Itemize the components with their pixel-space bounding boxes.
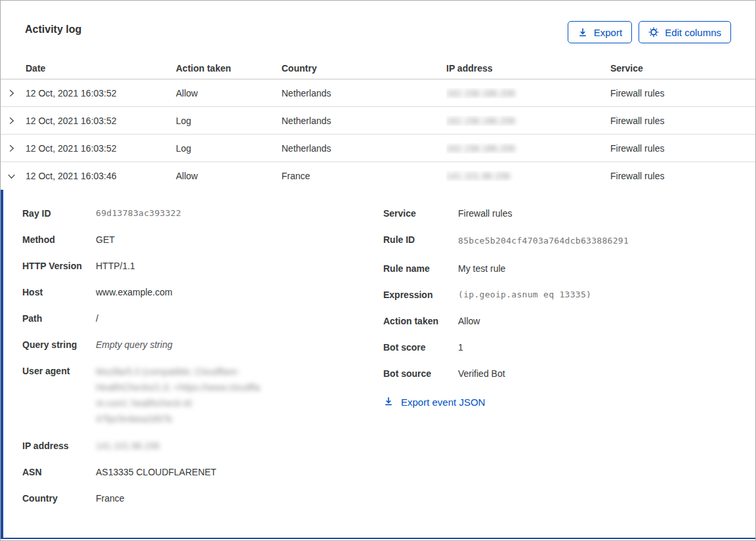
- row-country: France: [282, 171, 446, 181]
- detail-field-path: Path /: [22, 311, 383, 326]
- detail-field-service: Service Firewall rules: [383, 206, 736, 221]
- field-value: AS13335 CLOUDFLARENET: [96, 465, 217, 479]
- field-label: Host: [22, 285, 96, 299]
- header: Activity log Export: [1, 1, 755, 57]
- chevron-down-icon[interactable]: [1, 171, 26, 181]
- field-label: ASN: [22, 465, 96, 479]
- download-icon: [578, 27, 588, 37]
- table-row[interactable]: 12 Oct, 2021 16:03:52 Allow Netherlands …: [1, 79, 755, 107]
- chevron-right-icon[interactable]: [1, 143, 26, 153]
- detail-right-column: Service Firewall rules Rule ID 85bce5b20…: [383, 206, 736, 409]
- export-button[interactable]: Export: [568, 21, 632, 43]
- field-value: GET: [96, 232, 115, 247]
- table-row-expanded[interactable]: 12 Oct, 2021 16:03:46 Allow France 141.1…: [1, 162, 755, 190]
- row-action-taken: Log: [176, 116, 282, 126]
- field-value: Verified Bot: [458, 366, 505, 381]
- export-event-json-label: Export event JSON: [401, 397, 485, 408]
- row-date: 12 Oct, 2021 16:03:46: [26, 171, 176, 181]
- field-label: Action taken: [383, 314, 458, 328]
- row-country: Netherlands: [282, 116, 446, 126]
- detail-field-rule-id: Rule ID 85bce5b204cf4703a764dcb633886291: [383, 232, 736, 249]
- field-label: HTTP Version: [22, 259, 96, 273]
- table-header: Date Action taken Country IP address Ser…: [1, 57, 755, 79]
- detail-field-asn: ASN AS13335 CLOUDFLARENET: [22, 465, 383, 479]
- detail-field-expression: Expression (ip.geoip.asnum eq 13335): [383, 288, 736, 302]
- detail-field-country: Country France: [22, 491, 383, 506]
- row-service: Firewall rules: [610, 143, 755, 154]
- row-action-taken: Log: [176, 143, 282, 154]
- field-value: 69d13783ac393322: [96, 206, 181, 221]
- field-label: Method: [22, 232, 96, 247]
- field-value: France: [96, 491, 125, 506]
- field-value: /: [96, 311, 98, 326]
- gear-icon: [648, 27, 659, 37]
- detail-field-host: Host www.example.com: [22, 285, 383, 299]
- field-label: Expression: [383, 288, 458, 302]
- field-label: Service: [383, 206, 458, 221]
- field-value: (ip.geoip.asnum eq 13335): [458, 288, 591, 302]
- field-label: Bot source: [383, 366, 458, 381]
- detail-field-bot-score: Bot score 1: [383, 340, 736, 355]
- field-value: www.example.com: [96, 285, 173, 299]
- detail-field-rule-name: Rule name My test rule: [383, 261, 736, 276]
- chevron-right-icon[interactable]: [1, 88, 26, 98]
- row-date: 12 Oct, 2021 16:03:52: [26, 143, 176, 154]
- field-label: IP address: [22, 439, 96, 453]
- row-ip-address-redacted: 141.101.96.156: [446, 171, 610, 181]
- page-title: Activity log: [25, 24, 81, 35]
- field-value: Firewall rules: [458, 206, 512, 221]
- field-label: Bot score: [383, 340, 458, 355]
- detail-field-method: Method GET: [22, 232, 383, 247]
- field-value: Empty query string: [96, 337, 173, 352]
- column-header-date: Date: [26, 63, 176, 74]
- column-header-ip-address: IP address: [446, 63, 610, 74]
- detail-field-ray-id: Ray ID 69d13783ac393322: [22, 206, 383, 221]
- field-label: Query string: [22, 337, 96, 352]
- activity-log-panel: Activity log Export: [0, 0, 756, 541]
- detail-field-query-string: Query string Empty query string: [22, 337, 383, 352]
- field-label: User agent: [22, 364, 96, 427]
- field-label: Path: [22, 311, 96, 326]
- detail-field-user-agent: User agent Mozilla/5.0 (compatible; Clou…: [22, 364, 383, 427]
- row-action-taken: Allow: [176, 88, 282, 98]
- detail-field-http-version: HTTP Version HTTP/1.1: [22, 259, 383, 273]
- field-value: HTTP/1.1: [96, 259, 135, 273]
- field-label: Rule name: [383, 261, 458, 276]
- detail-field-ip-address: IP address 141.101.96.156: [22, 439, 383, 453]
- row-service: Firewall rules: [610, 116, 755, 126]
- field-value-redacted: Mozilla/5.0 (compatible; Cloudflare- Hea…: [96, 364, 260, 427]
- row-country: Netherlands: [282, 143, 446, 154]
- field-value-redacted: 141.101.96.156: [96, 439, 159, 453]
- field-value: 85bce5b204cf4703a764dcb633886291: [458, 232, 629, 249]
- table-row[interactable]: 12 Oct, 2021 16:03:52 Log Netherlands 16…: [1, 135, 755, 162]
- field-value: My test rule: [458, 261, 505, 276]
- field-label: Country: [22, 491, 96, 506]
- chevron-right-icon[interactable]: [1, 116, 26, 125]
- row-service: Firewall rules: [610, 88, 755, 98]
- row-action-taken: Allow: [176, 171, 282, 181]
- detail-left-column: Ray ID 69d13783ac393322 Method GET HTTP …: [22, 206, 383, 517]
- column-header-action-taken: Action taken: [176, 63, 282, 74]
- toolbar: Export Edit columns: [568, 21, 731, 43]
- row-date: 12 Oct, 2021 16:03:52: [26, 116, 176, 126]
- export-event-json-link[interactable]: Export event JSON: [383, 396, 485, 408]
- edit-columns-button[interactable]: Edit columns: [639, 21, 731, 43]
- field-label: Ray ID: [22, 206, 96, 221]
- event-detail-panel: Ray ID 69d13783ac393322 Method GET HTTP …: [1, 190, 755, 539]
- export-button-label: Export: [594, 27, 622, 38]
- row-ip-address-redacted: 162.158.186.206: [446, 88, 610, 98]
- row-ip-address-redacted: 162.158.186.206: [446, 116, 610, 126]
- row-ip-address-redacted: 162.158.186.206: [446, 143, 610, 154]
- field-value: Allow: [458, 314, 480, 328]
- detail-field-bot-source: Bot source Verified Bot: [383, 366, 736, 381]
- row-date: 12 Oct, 2021 16:03:52: [26, 88, 176, 98]
- field-label: Rule ID: [383, 232, 458, 249]
- column-header-country: Country: [282, 63, 446, 74]
- column-header-service: Service: [610, 63, 755, 74]
- row-country: Netherlands: [282, 88, 446, 98]
- field-value: 1: [458, 340, 463, 355]
- edit-columns-button-label: Edit columns: [665, 27, 721, 38]
- table-row[interactable]: 12 Oct, 2021 16:03:52 Log Netherlands 16…: [1, 107, 755, 135]
- row-service: Firewall rules: [610, 171, 755, 181]
- download-icon: [383, 396, 394, 408]
